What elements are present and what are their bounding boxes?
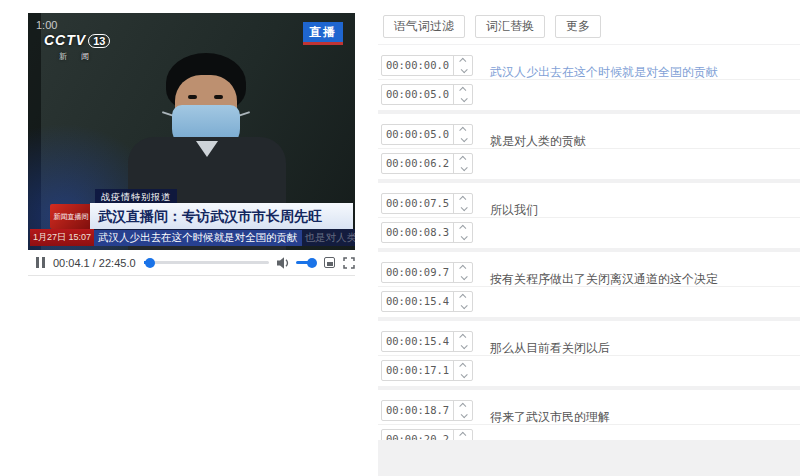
spinner-down-icon[interactable] — [454, 95, 472, 105]
spinner-down-icon[interactable] — [454, 66, 472, 76]
start-time-input[interactable]: 00:00:18.7 — [381, 400, 473, 421]
time-display: 00:04.1 / 22:45.0 — [53, 257, 136, 269]
spinner-up-icon[interactable] — [454, 85, 472, 95]
time-stepper[interactable] — [453, 125, 472, 144]
seek-bar[interactable] — [144, 261, 269, 264]
headline-bar: 武汉直播间：专访武汉市市长周先旺 — [90, 203, 353, 229]
subtitle-segment: 00:00:00.0 00:00:05.0 武汉人少出去在这个时候就是对全国的贡… — [378, 45, 800, 110]
spinner-up-icon[interactable] — [454, 194, 472, 204]
spinner-down-icon[interactable] — [454, 273, 472, 283]
more-button[interactable]: 更多 — [555, 15, 601, 38]
start-time-value: 00:00:09.7 — [382, 263, 453, 282]
subtitle-segment: 00:00:09.7 00:00:15.4 按有关程序做出了关闭离汉通道的这个决… — [378, 252, 800, 317]
volume-slider[interactable] — [296, 261, 315, 264]
end-time-value: 00:00:06.2 — [382, 154, 453, 173]
time-stepper[interactable] — [453, 332, 472, 351]
time-stepper[interactable] — [453, 56, 472, 75]
start-time-input[interactable]: 00:00:00.0 — [381, 55, 473, 76]
spinner-up-icon[interactable] — [454, 401, 472, 411]
spinner-down-icon[interactable] — [454, 440, 472, 441]
spinner-down-icon[interactable] — [454, 302, 472, 312]
spinner-up-icon[interactable] — [454, 430, 472, 440]
spinner-down-icon[interactable] — [454, 135, 472, 145]
ticker-caption: 武汉人少出去在这个时候就是对全国的贡献 也是对人类的贡献。 — [94, 229, 355, 246]
time-stepper[interactable] — [453, 85, 472, 104]
start-time-value: 00:00:00.0 — [382, 56, 453, 75]
ticker-highlighted-text: 武汉人少出去在这个时候就是对全国的贡献 — [94, 230, 302, 246]
time-stepper[interactable] — [453, 263, 472, 282]
news-ticker: 1月27日 15:07 武汉人少出去在这个时候就是对全国的贡献 也是对人类的贡献… — [30, 229, 355, 246]
replace-words-button[interactable]: 词汇替换 — [475, 15, 545, 38]
time-stepper[interactable] — [453, 292, 472, 311]
time-stepper[interactable] — [453, 194, 472, 213]
subtitle-text[interactable]: 武汉人少出去在这个时候就是对全国的贡献 — [490, 45, 718, 99]
subtitle-text[interactable]: 得来了武汉市民的理解 — [490, 390, 610, 440]
time-stepper[interactable] — [453, 154, 472, 173]
time-stepper[interactable] — [453, 223, 472, 242]
subtitle-segment: 00:00:05.0 00:00:06.2 就是对人类的贡献 — [378, 114, 800, 179]
spinner-down-icon[interactable] — [454, 371, 472, 381]
start-time-value: 00:00:07.5 — [382, 194, 453, 213]
start-time-value: 00:00:05.0 — [382, 125, 453, 144]
end-time-input[interactable]: 00:00:20.2 — [381, 429, 473, 440]
start-time-input[interactable]: 00:00:07.5 — [381, 193, 473, 214]
subtitle-text[interactable]: 那么从目前看关闭以后 — [490, 321, 610, 375]
end-time-input[interactable]: 00:00:08.3 — [381, 222, 473, 243]
start-time-input[interactable]: 00:00:09.7 — [381, 262, 473, 283]
subtitle-text[interactable]: 就是对人类的贡献 — [490, 114, 586, 168]
live-badge: 直播 — [303, 22, 343, 45]
person-eye-left — [188, 95, 197, 99]
channel-number: 13 — [88, 34, 110, 48]
subtitle-panel: 语气词过滤 词汇替换 更多 00:00:00.0 00:00:05.0 武汉人少… — [378, 0, 800, 476]
spinner-down-icon[interactable] — [454, 342, 472, 352]
time-stepper[interactable] — [453, 361, 472, 380]
spinner-up-icon[interactable] — [454, 223, 472, 233]
volume-icon[interactable] — [277, 257, 291, 269]
subtitle-text[interactable]: 所以我们 — [490, 183, 538, 237]
end-time-input[interactable]: 00:00:05.0 — [381, 84, 473, 105]
end-time-value: 00:00:08.3 — [382, 223, 453, 242]
spinner-up-icon[interactable] — [454, 332, 472, 342]
subtitle-text[interactable]: 按有关程序做出了关闭离汉通道的这个决定 — [490, 252, 718, 306]
spinner-up-icon[interactable] — [454, 125, 472, 135]
time-stepper[interactable] — [453, 401, 472, 420]
person-eye-right — [214, 95, 223, 99]
broadcast-clock: 1:00 — [36, 19, 57, 31]
video-screen[interactable]: 1:00 CCTV13 新 闻 直播 战疫情特别报道 新闻直播间 武汉直播间：专… — [28, 13, 355, 250]
channel-subtitle: 新 闻 — [44, 51, 110, 62]
end-time-value: 00:00:15.4 — [382, 292, 453, 311]
end-time-value: 00:00:05.0 — [382, 85, 453, 104]
start-time-input[interactable]: 00:00:15.4 — [381, 331, 473, 352]
spinner-up-icon[interactable] — [454, 56, 472, 66]
pause-button[interactable] — [36, 257, 45, 268]
station-logo: 新闻直播间 — [50, 204, 92, 229]
cctv-logo-text: CCTV — [44, 32, 86, 48]
spinner-down-icon[interactable] — [454, 233, 472, 243]
spinner-down-icon[interactable] — [454, 411, 472, 421]
subtitle-segment: 00:00:18.7 00:00:20.2 得来了武汉市民的理解 — [378, 390, 800, 440]
start-time-value: 00:00:15.4 — [382, 332, 453, 351]
start-time-value: 00:00:18.7 — [382, 401, 453, 420]
filter-modal-words-button[interactable]: 语气词过滤 — [383, 15, 465, 38]
end-time-input[interactable]: 00:00:06.2 — [381, 153, 473, 174]
spinner-down-icon[interactable] — [454, 164, 472, 174]
subtitle-segment: 00:00:07.5 00:00:08.3 所以我们 — [378, 183, 800, 248]
cctv13-logo: CCTV13 新 闻 — [44, 31, 110, 62]
spinner-up-icon[interactable] — [454, 154, 472, 164]
player-controls: 00:04.1 / 22:45.0 — [28, 250, 355, 276]
end-time-input[interactable]: 00:00:15.4 — [381, 291, 473, 312]
end-time-value: 00:00:17.1 — [382, 361, 453, 380]
video-player: 1:00 CCTV13 新 闻 直播 战疫情特别报道 新闻直播间 武汉直播间：专… — [28, 13, 355, 276]
volume-thumb[interactable] — [307, 258, 317, 268]
start-time-input[interactable]: 00:00:05.0 — [381, 124, 473, 145]
pip-icon[interactable] — [324, 257, 335, 268]
seek-thumb[interactable] — [145, 258, 155, 268]
end-time-input[interactable]: 00:00:17.1 — [381, 360, 473, 381]
spinner-down-icon[interactable] — [454, 204, 472, 214]
fullscreen-icon[interactable] — [343, 257, 355, 269]
time-stepper[interactable] — [453, 430, 472, 440]
spinner-up-icon[interactable] — [454, 292, 472, 302]
spinner-up-icon[interactable] — [454, 263, 472, 273]
ticker-tail-text: 也是对人类的贡献。 — [302, 231, 356, 245]
spinner-up-icon[interactable] — [454, 361, 472, 371]
